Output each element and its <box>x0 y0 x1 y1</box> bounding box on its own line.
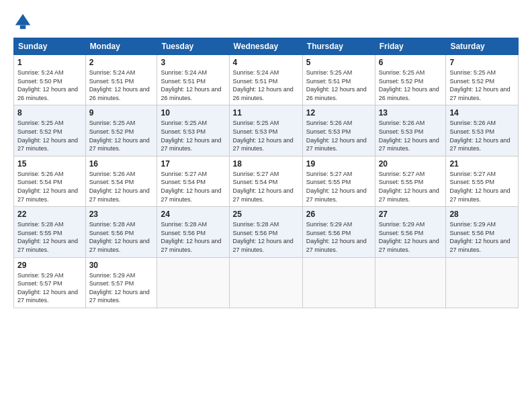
col-friday: Friday <box>375 38 446 55</box>
day-cell-12: 12Sunrise: 5:26 AMSunset: 5:53 PMDayligh… <box>302 105 375 156</box>
day-cell-25: 25Sunrise: 5:28 AMSunset: 5:56 PMDayligh… <box>229 207 302 257</box>
col-sunday: Sunday <box>14 38 86 55</box>
col-monday: Monday <box>85 38 157 55</box>
day-cell-8: 8Sunrise: 5:25 AMSunset: 5:52 PMDaylight… <box>14 105 86 156</box>
svg-marker-0 <box>15 14 30 26</box>
page: Sunday Monday Tuesday Wednesday Thursday… <box>0 0 532 411</box>
day-cell-24: 24Sunrise: 5:28 AMSunset: 5:56 PMDayligh… <box>157 207 229 257</box>
day-cell-30: 30Sunrise: 5:29 AMSunset: 5:57 PMDayligh… <box>85 257 157 308</box>
day-cell-16: 16Sunrise: 5:26 AMSunset: 5:54 PMDayligh… <box>85 156 157 206</box>
empty-cell <box>375 257 446 308</box>
empty-cell <box>157 257 229 308</box>
svg-rect-1 <box>20 26 26 30</box>
week-row-1: 1Sunrise: 5:24 AMSunset: 5:50 PMDaylight… <box>14 55 519 105</box>
day-cell-18: 18Sunrise: 5:27 AMSunset: 5:54 PMDayligh… <box>229 156 302 206</box>
day-cell-26: 26Sunrise: 5:29 AMSunset: 5:56 PMDayligh… <box>302 207 375 257</box>
week-row-5: 29Sunrise: 5:29 AMSunset: 5:57 PMDayligh… <box>14 257 519 308</box>
empty-cell <box>302 257 375 308</box>
header <box>13 12 519 31</box>
day-cell-5: 5Sunrise: 5:25 AMSunset: 5:51 PMDaylight… <box>302 55 375 105</box>
empty-cell <box>446 257 519 308</box>
day-cell-6: 6Sunrise: 5:25 AMSunset: 5:52 PMDaylight… <box>375 55 446 105</box>
day-cell-19: 19Sunrise: 5:27 AMSunset: 5:55 PMDayligh… <box>302 156 375 206</box>
logo <box>13 12 35 31</box>
day-cell-7: 7Sunrise: 5:25 AMSunset: 5:52 PMDaylight… <box>446 55 519 105</box>
week-row-2: 8Sunrise: 5:25 AMSunset: 5:52 PMDaylight… <box>14 105 519 156</box>
day-cell-20: 20Sunrise: 5:27 AMSunset: 5:55 PMDayligh… <box>375 156 446 206</box>
day-cell-23: 23Sunrise: 5:28 AMSunset: 5:56 PMDayligh… <box>85 207 157 257</box>
week-row-3: 15Sunrise: 5:26 AMSunset: 5:54 PMDayligh… <box>14 156 519 206</box>
day-cell-27: 27Sunrise: 5:29 AMSunset: 5:56 PMDayligh… <box>375 207 446 257</box>
col-thursday: Thursday <box>302 38 375 55</box>
day-cell-29: 29Sunrise: 5:29 AMSunset: 5:57 PMDayligh… <box>14 257 86 308</box>
day-cell-10: 10Sunrise: 5:25 AMSunset: 5:53 PMDayligh… <box>157 105 229 156</box>
day-cell-14: 14Sunrise: 5:26 AMSunset: 5:53 PMDayligh… <box>446 105 519 156</box>
day-cell-15: 15Sunrise: 5:26 AMSunset: 5:54 PMDayligh… <box>14 156 86 206</box>
day-cell-11: 11Sunrise: 5:25 AMSunset: 5:53 PMDayligh… <box>229 105 302 156</box>
col-saturday: Saturday <box>446 38 519 55</box>
day-cell-28: 28Sunrise: 5:29 AMSunset: 5:56 PMDayligh… <box>446 207 519 257</box>
calendar-header-row: Sunday Monday Tuesday Wednesday Thursday… <box>14 38 519 55</box>
calendar-table: Sunday Monday Tuesday Wednesday Thursday… <box>13 38 519 308</box>
col-tuesday: Tuesday <box>157 38 229 55</box>
day-cell-9: 9Sunrise: 5:25 AMSunset: 5:52 PMDaylight… <box>85 105 157 156</box>
day-cell-4: 4Sunrise: 5:24 AMSunset: 5:51 PMDaylight… <box>229 55 302 105</box>
day-cell-17: 17Sunrise: 5:27 AMSunset: 5:54 PMDayligh… <box>157 156 229 206</box>
day-cell-1: 1Sunrise: 5:24 AMSunset: 5:50 PMDaylight… <box>14 55 86 105</box>
day-cell-3: 3Sunrise: 5:24 AMSunset: 5:51 PMDaylight… <box>157 55 229 105</box>
col-wednesday: Wednesday <box>229 38 302 55</box>
day-cell-2: 2Sunrise: 5:24 AMSunset: 5:51 PMDaylight… <box>85 55 157 105</box>
day-cell-13: 13Sunrise: 5:26 AMSunset: 5:53 PMDayligh… <box>375 105 446 156</box>
empty-cell <box>229 257 302 308</box>
logo-icon <box>13 12 32 31</box>
day-cell-22: 22Sunrise: 5:28 AMSunset: 5:55 PMDayligh… <box>14 207 86 257</box>
week-row-4: 22Sunrise: 5:28 AMSunset: 5:55 PMDayligh… <box>14 207 519 257</box>
day-cell-21: 21Sunrise: 5:27 AMSunset: 5:55 PMDayligh… <box>446 156 519 206</box>
